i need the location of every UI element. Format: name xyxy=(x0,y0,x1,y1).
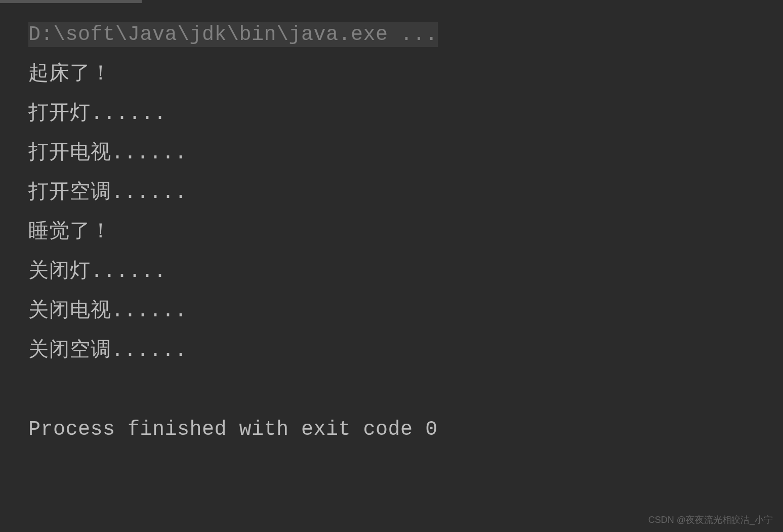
command-line-wrapper: D:\soft\Java\jdk\bin\java.exe ... xyxy=(28,15,783,55)
csdn-watermark: CSDN @夜夜流光相皎洁_小宁 xyxy=(648,514,773,526)
process-exit-message: Process finished with exit code 0 xyxy=(28,410,783,449)
output-line: 打开空调...... xyxy=(28,173,783,213)
output-line: 关闭电视...... xyxy=(28,292,783,331)
top-border xyxy=(0,0,783,3)
console-output-area: D:\soft\Java\jdk\bin\java.exe ... 起床了！ 打… xyxy=(0,3,783,449)
top-border-highlight xyxy=(0,0,142,3)
blank-line xyxy=(28,371,783,410)
output-line: 起床了！ xyxy=(28,55,783,94)
java-command-path: D:\soft\Java\jdk\bin\java.exe ... xyxy=(28,22,438,47)
output-line: 关闭灯...... xyxy=(28,252,783,292)
output-line: 关闭空调...... xyxy=(28,331,783,371)
output-line: 打开电视...... xyxy=(28,134,783,173)
output-line: 睡觉了！ xyxy=(28,213,783,252)
output-line: 打开灯...... xyxy=(28,94,783,134)
